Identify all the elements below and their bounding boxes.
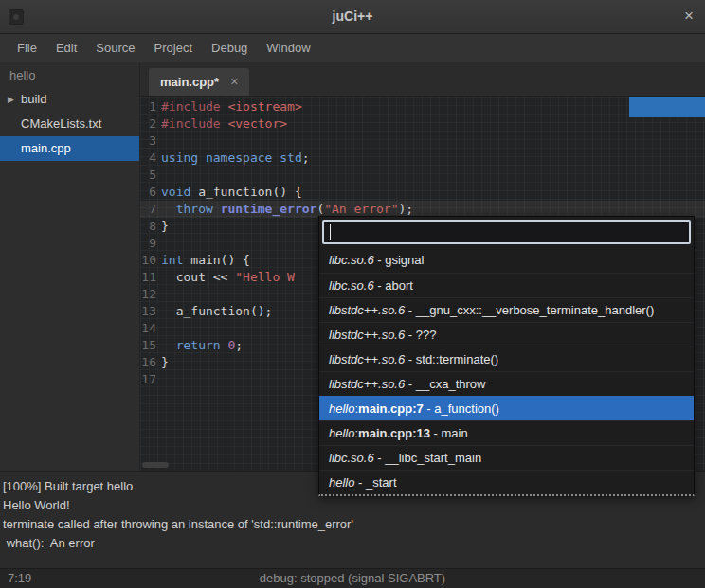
code-line-3[interactable]: 3 <box>140 133 705 150</box>
line-number: 15 <box>140 337 161 354</box>
expander-icon[interactable]: ▶ <box>8 87 14 112</box>
line-number: 7 <box>140 201 161 218</box>
code-line-5[interactable]: 5 <box>140 167 705 184</box>
status-bar: 7:19 debug: stopped (signal SIGABRT) <box>0 568 705 588</box>
line-number: 10 <box>140 252 161 269</box>
line-number: 12 <box>140 286 161 303</box>
output-line: what(): An error <box>3 534 701 553</box>
line-number: 5 <box>140 167 161 184</box>
code-text: using namespace std; <box>161 150 310 167</box>
app-icon <box>9 9 24 25</box>
backtrace-item[interactable]: hello:main.cpp:7 - a_function() <box>319 396 694 420</box>
menu-bar: FileEditSourceProjectDebugWindow <box>0 34 705 62</box>
file-tree: ▶buildCMakeLists.txtmain.cpp <box>0 87 139 161</box>
tree-item-label: CMakeLists.txt <box>21 116 101 131</box>
tab-main-cpp[interactable]: main.cpp* × <box>148 67 250 96</box>
backtrace-popup: libc.so.6 - gsignallibc.so.6 - abortlibs… <box>318 216 695 496</box>
backtrace-item[interactable]: libc.so.6 - abort <box>319 273 694 297</box>
backtrace-item[interactable]: libc.so.6 - gsignal <box>319 248 694 273</box>
backtrace-filter-input[interactable] <box>322 220 691 244</box>
code-text: int main() { <box>161 252 250 269</box>
menu-project[interactable]: Project <box>145 34 202 62</box>
line-number: 4 <box>140 150 161 167</box>
line-number: 8 <box>140 218 161 235</box>
sidebar-item-cmakelists-txt[interactable]: CMakeLists.txt <box>0 112 139 136</box>
horizontal-scrollbar-thumb[interactable] <box>142 462 169 468</box>
tab-label: main.cpp* <box>160 68 219 96</box>
code-text: } <box>161 354 169 371</box>
line-number: 9 <box>140 235 161 252</box>
tab-close-icon[interactable]: × <box>230 68 238 96</box>
line-number: 1 <box>140 98 161 116</box>
menu-edit[interactable]: Edit <box>46 34 86 62</box>
text-caret <box>330 224 331 240</box>
sidebar: hello ▶buildCMakeLists.txtmain.cpp <box>0 62 140 471</box>
code-text: cout << "Hello W <box>161 269 295 286</box>
project-name: hello <box>0 62 139 87</box>
code-line-4[interactable]: 4using namespace std; <box>140 150 705 167</box>
vertical-scrollbar-thumb[interactable] <box>629 97 705 117</box>
code-text: #include <iostream> <box>161 98 302 116</box>
debug-status: debug: stopped (signal SIGABRT) <box>0 569 705 588</box>
tree-item-label: build <box>21 92 46 106</box>
menu-debug[interactable]: Debug <box>202 34 257 62</box>
backtrace-item[interactable]: hello - _start <box>319 470 694 494</box>
code-line-2[interactable]: 2#include <vector> <box>140 116 705 133</box>
line-number: 14 <box>140 320 161 337</box>
backtrace-item[interactable]: libstdc++.so.6 - __cxa_throw <box>319 371 694 396</box>
backtrace-item[interactable]: libstdc++.so.6 - ??? <box>319 322 694 347</box>
line-number: 2 <box>140 116 161 133</box>
line-number: 17 <box>140 371 161 388</box>
backtrace-item[interactable]: libc.so.6 - __libc_start_main <box>319 445 694 470</box>
code-text: return 0; <box>161 337 243 354</box>
window-close-icon[interactable]: × <box>684 0 694 32</box>
backtrace-list: libc.so.6 - gsignallibc.so.6 - abortlibs… <box>319 248 694 494</box>
code-text: a_function(); <box>161 303 272 320</box>
tab-bar: main.cpp* × <box>140 62 705 97</box>
tree-item-label: main.cpp <box>21 141 71 155</box>
line-number: 13 <box>140 303 161 320</box>
code-text: #include <vector> <box>161 116 287 133</box>
line-number: 6 <box>140 184 161 201</box>
line-number: 16 <box>140 354 161 371</box>
menu-window[interactable]: Window <box>257 34 319 62</box>
window-title: juCi++ <box>0 0 705 33</box>
code-text: } <box>161 218 169 235</box>
menu-source[interactable]: Source <box>86 34 144 62</box>
sidebar-item-main-cpp[interactable]: main.cpp <box>0 136 139 161</box>
backtrace-item[interactable]: hello:main.cpp:13 - main <box>319 420 694 445</box>
output-line: terminate called after throwing an insta… <box>3 515 701 534</box>
line-number: 11 <box>140 269 161 286</box>
backtrace-item[interactable]: libstdc++.so.6 - __gnu_cxx::__verbose_te… <box>319 297 694 322</box>
backtrace-item[interactable]: libstdc++.so.6 - std::terminate() <box>319 347 694 371</box>
code-line-6[interactable]: 6void a_function() { <box>140 184 705 201</box>
output-line: Hello World! <box>3 496 701 515</box>
sidebar-item-build[interactable]: ▶build <box>0 87 139 112</box>
code-line-1[interactable]: 1#include <iostream> <box>140 98 705 116</box>
menu-file[interactable]: File <box>8 34 46 62</box>
title-bar: juCi++ × <box>0 0 705 34</box>
line-number: 3 <box>140 133 161 150</box>
code-text: void a_function() { <box>161 184 302 201</box>
